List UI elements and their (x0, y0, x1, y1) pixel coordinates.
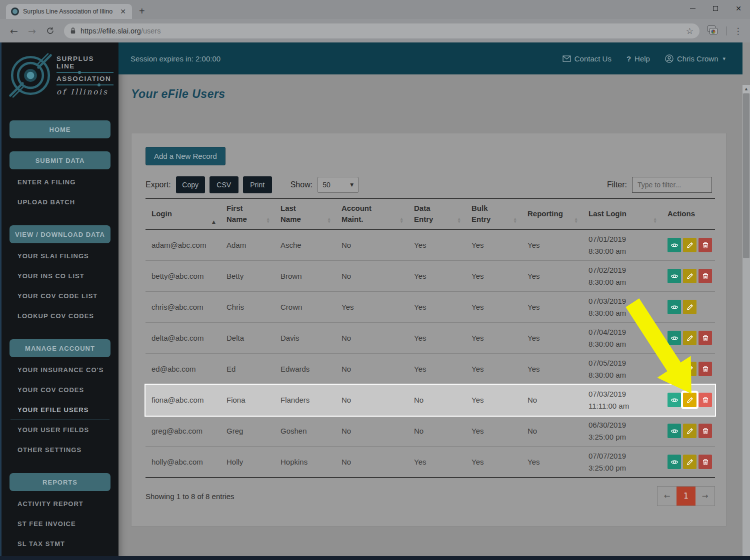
edit-action-button[interactable] (683, 424, 696, 438)
edit-action-button[interactable] (683, 238, 696, 252)
slai-logo-mark-icon (8, 52, 54, 98)
sidebar-item-home[interactable]: HOME (10, 120, 110, 138)
delete-action-button[interactable] (698, 455, 712, 469)
view-action-button[interactable] (668, 238, 681, 252)
sidebar-item-lookup-cov-codes[interactable]: LOOKUP COV CODES (2, 306, 118, 326)
window-maximize-button[interactable] (704, 0, 727, 17)
window-close-button[interactable]: ✕ (727, 0, 750, 17)
data-entry-cell: Yes (408, 458, 466, 466)
sidebar-item-your-slai-filings[interactable]: YOUR SLAI FILINGS (2, 246, 118, 266)
edit-action-button[interactable] (683, 300, 696, 314)
user-menu[interactable]: Chris Crown ▾ (665, 54, 726, 63)
scrollbar-thumb[interactable] (743, 93, 750, 258)
account-maint-cell: No (336, 458, 408, 466)
view-action-button[interactable] (668, 424, 681, 438)
sidebar-item-submit-data[interactable]: SUBMIT DATA (10, 151, 110, 169)
pagination-next-button[interactable]: → (696, 487, 714, 506)
delete-action-button[interactable] (698, 424, 712, 438)
sidebar-item-st-fee-invoice[interactable]: ST FEE INVOICE (2, 514, 118, 534)
sidebar-item-your-insurance-co-s[interactable]: YOUR INSURANCE CO'S (2, 360, 118, 380)
delete-action-button[interactable] (698, 393, 712, 407)
column-header-account-maint[interactable]: AccountMaint.▲▼ (336, 199, 408, 229)
filter-input[interactable] (632, 177, 712, 193)
column-header-data-entry[interactable]: DataEntry▲▼ (408, 199, 466, 229)
lock-icon (70, 27, 76, 34)
table-row-greg: greg@abc.comGregGoshenNoNoYesNo06/30/201… (146, 416, 715, 447)
new-tab-button[interactable]: + (139, 6, 145, 16)
sidebar-item-your-user-fields[interactable]: YOUR USER FIELDS (2, 420, 118, 440)
help-link[interactable]: ? Help (626, 54, 650, 63)
login-cell: chris@abc.com (146, 303, 220, 311)
print-export-button[interactable]: Print (243, 176, 272, 193)
first-name-cell: Betty (220, 272, 274, 280)
csv-export-button[interactable]: CSV (210, 176, 238, 193)
contact-us-link[interactable]: Contact Us (562, 54, 612, 63)
edit-action-button[interactable] (683, 455, 696, 469)
reporting-cell: Yes (522, 365, 582, 373)
data-entry-cell: No (408, 396, 466, 404)
column-header-login[interactable]: Login▲ (146, 199, 220, 229)
edit-action-button[interactable] (683, 269, 696, 283)
forward-icon[interactable]: → (24, 23, 40, 38)
sidebar-item-enter-a-filing[interactable]: ENTER A FILING (2, 172, 118, 192)
scrollbar-up-icon[interactable]: ▲ (742, 85, 750, 93)
first-name-cell: Delta (220, 334, 274, 342)
pagination-page-1-button[interactable]: 1 (676, 487, 696, 506)
login-cell: ed@abc.com (146, 365, 220, 373)
select-caret-icon: ▼ (350, 182, 354, 187)
url-bar[interactable]: https://efile.slai.org/users ☆ (64, 23, 700, 38)
sidebar-item-activity-report[interactable]: ACTIVITY REPORT (2, 494, 118, 514)
view-action-button[interactable] (668, 393, 681, 407)
edit-action-button[interactable] (683, 393, 696, 407)
browser-tab[interactable]: Surplus Line Association of Illino ✕ (6, 4, 132, 19)
view-action-button[interactable] (668, 362, 681, 376)
first-name-cell: Chris (220, 303, 274, 311)
back-icon[interactable]: ← (6, 23, 22, 38)
column-header-last-name[interactable]: LastName▲▼ (274, 199, 336, 229)
column-header-first-name[interactable]: FirstName▲▼ (220, 199, 274, 229)
last-name-cell: Davis (274, 334, 336, 342)
actions-cell (662, 362, 715, 376)
add-new-record-button[interactable]: Add a New Record (146, 147, 226, 165)
delete-action-button[interactable] (698, 238, 712, 252)
sidebar-item-your-ins-co-list[interactable]: YOUR INS CO LIST (2, 266, 118, 286)
view-action-button[interactable] (668, 269, 681, 283)
column-header-bulk-entry[interactable]: BulkEntry▲▼ (466, 199, 522, 229)
last-name-cell: Goshen (274, 427, 336, 435)
sidebar-item-view-download-data[interactable]: VIEW / DOWNLOAD DATA (10, 225, 110, 243)
sidebar-item-your-cov-codes[interactable]: YOUR COV CODES (2, 380, 118, 400)
sidebar-item-reports[interactable]: REPORTS (10, 473, 110, 491)
page-scrollbar[interactable]: ▲ (742, 85, 750, 560)
delete-action-button[interactable] (698, 269, 712, 283)
tab-title: Surplus Line Association of Illino (23, 8, 118, 15)
sidebar-item-your-efile-users[interactable]: YOUR EFILE USERS (10, 400, 110, 420)
sidebar-item-other-settings[interactable]: OTHER SETTINGS (2, 440, 118, 460)
sidebar-item-your-cov-code-list[interactable]: YOUR COV CODE LIST (2, 286, 118, 306)
table-header-row: Login▲FirstName▲▼LastName▲▼AccountMaint.… (146, 199, 715, 230)
show-entries-select[interactable]: 50 ▼ (318, 177, 358, 193)
url-text: https://efile.slai.org/users (80, 27, 160, 35)
copy-export-button[interactable]: Copy (176, 176, 205, 193)
view-action-button[interactable] (668, 455, 681, 469)
sidebar-item-sl-tax-stmt[interactable]: SL TAX STMT (2, 534, 118, 554)
view-action-button[interactable] (668, 300, 681, 314)
pagination-prev-button[interactable]: ← (658, 487, 676, 506)
sidebar-item-manage-account[interactable]: MANAGE ACCOUNT (10, 339, 110, 357)
logo-divider (56, 84, 114, 85)
reload-icon[interactable] (42, 23, 58, 38)
browser-menu-icon[interactable]: ⋮ (731, 26, 745, 36)
tab-close-icon[interactable]: ✕ (118, 7, 128, 15)
window-minimize-button[interactable] (681, 0, 704, 17)
tab-preview-extension-icon[interactable] (706, 23, 720, 38)
sidebar-item-upload-batch[interactable]: UPLOAD BATCH (2, 192, 118, 212)
view-action-button[interactable] (668, 331, 681, 345)
column-header-last-login[interactable]: Last Login▲▼ (582, 199, 662, 229)
delete-action-button[interactable] (698, 331, 712, 345)
edit-action-button[interactable] (683, 331, 696, 345)
last-name-cell: Asche (274, 241, 336, 249)
bookmark-star-icon[interactable]: ☆ (686, 26, 694, 36)
edit-action-button[interactable] (683, 362, 696, 376)
delete-action-button[interactable] (698, 362, 712, 376)
last-login-cell: 07/02/20198:30:00 am (582, 264, 662, 288)
column-header-reporting[interactable]: Reporting▲▼ (522, 199, 582, 229)
